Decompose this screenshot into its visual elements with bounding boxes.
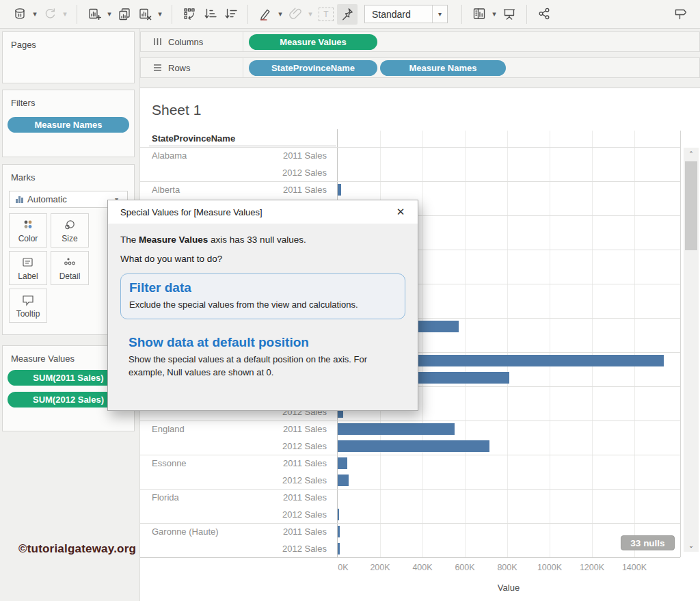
measure-label[interactable]: 2012 Sales — [140, 509, 327, 520]
fit-selector[interactable]: Standard▾ — [364, 5, 448, 23]
filters-panel[interactable]: Filters Measure Names — [2, 90, 135, 157]
tooltip-button[interactable]: Tooltip — [9, 289, 47, 323]
state-row-group: Alabama2011 Sales2012 Sales — [140, 147, 680, 181]
dialog-message-field-name: Measure Values — [139, 235, 208, 245]
columns-pill-measure-values[interactable]: Measure Values — [249, 34, 377, 50]
data-source-icon[interactable] — [10, 4, 30, 25]
highlight-icon[interactable] — [255, 4, 275, 25]
table-row: England2011 Sales — [140, 420, 680, 438]
dialog-body: The Measure Values axis has 33 null valu… — [108, 224, 418, 386]
scrollbar-thumb[interactable] — [685, 161, 697, 250]
axis-tick-label: 1000K — [537, 563, 562, 572]
bar-mark[interactable] — [338, 475, 349, 486]
axis-tick-label: 200K — [370, 563, 390, 572]
axis-tick-label: 1200K — [580, 563, 604, 572]
measure-label[interactable]: 2011 Sales — [140, 458, 327, 468]
table-row: 2012 Sales — [140, 506, 680, 523]
label-button[interactable]: Label — [9, 251, 47, 285]
marks-panel-title: Marks — [3, 165, 134, 183]
size-button-label: Size — [62, 234, 77, 243]
measure-label[interactable]: 2012 Sales — [140, 168, 327, 178]
group-members-icon — [285, 4, 306, 25]
clear-sheet-icon[interactable] — [135, 4, 155, 25]
axis-tick-label: 0K — [338, 563, 348, 572]
highlight-menu-caret[interactable]: ▾ — [275, 10, 285, 18]
state-row-group: Florida2011 Sales2012 Sales — [140, 489, 680, 523]
show-hide-cards-icon[interactable] — [469, 4, 489, 25]
state-row-group: Essonne2011 Sales2012 Sales — [140, 455, 680, 489]
scroll-up-icon[interactable]: ⌃ — [684, 148, 699, 160]
measure-label[interactable]: 2011 Sales — [140, 492, 327, 503]
show-data-default-heading: Show data at default position — [129, 335, 397, 350]
filter-data-heading: Filter data — [129, 280, 396, 295]
dialog-title: Special Values for [Measure Values] — [120, 207, 392, 217]
refresh-menu-caret: ▾ — [60, 10, 70, 18]
measure-label[interactable]: 2012 Sales — [140, 441, 327, 451]
detail-button-label: Detail — [59, 271, 81, 281]
data-source-menu-caret[interactable]: ▾ — [30, 10, 40, 18]
presentation-mode-icon[interactable] — [499, 4, 520, 25]
vertical-scrollbar[interactable]: ⌃ ⌄ — [684, 148, 699, 552]
null-indicator-badge[interactable]: 33 nulls — [621, 535, 675, 550]
size-button[interactable]: Size — [51, 213, 89, 248]
bar-mark[interactable] — [338, 184, 341, 196]
new-worksheet-icon[interactable] — [84, 4, 105, 25]
rows-pill-stateprovincename[interactable]: StateProvinceName — [249, 60, 377, 76]
dialog-titlebar: Special Values for [Measure Values] ✕ — [108, 200, 418, 224]
columns-shelf[interactable]: Columns Measure Values — [140, 31, 700, 52]
table-row: 2012 Sales — [140, 438, 680, 455]
filter-data-description: Exclude the special values from the view… — [129, 299, 396, 312]
table-row: 2012 Sales — [140, 472, 680, 489]
columns-shelf-label: Columns — [141, 32, 243, 51]
measure-label[interactable]: 2012 Sales — [140, 475, 327, 485]
pin-icon[interactable] — [337, 4, 358, 25]
measure-label[interactable]: 2011 Sales — [140, 526, 327, 537]
detail-dots-icon — [63, 256, 77, 269]
measure-label[interactable]: 2012 Sales — [140, 544, 327, 554]
bar-mark[interactable] — [338, 526, 340, 537]
rows-shelf-label: Rows — [141, 58, 243, 77]
bar-mark[interactable] — [338, 543, 340, 555]
measure-label[interactable]: 2011 Sales — [140, 150, 327, 161]
filter-pill-measure-names[interactable]: Measure Names — [8, 117, 129, 133]
bar-mark[interactable] — [338, 509, 339, 520]
text-label-icon: T — [319, 8, 334, 21]
filters-panel-title: Filters — [3, 90, 134, 108]
pages-panel[interactable]: Pages — [2, 31, 135, 83]
mark-type-bar-icon — [16, 196, 23, 203]
toolbar-separator — [461, 5, 462, 24]
show-data-default-option[interactable]: Show data at default position Show the s… — [120, 329, 405, 386]
pages-panel-title: Pages — [3, 32, 134, 50]
filter-data-option[interactable]: Filter data Exclude the special values f… — [120, 273, 405, 319]
table-row: Florida2011 Sales — [140, 489, 680, 506]
swap-rows-columns-icon[interactable] — [179, 4, 200, 25]
duplicate-sheet-icon[interactable] — [114, 4, 135, 25]
state-row-group: Garonne (Haute)2011 Sales2012 Sales — [140, 523, 680, 557]
bar-mark[interactable] — [338, 457, 347, 469]
bar-mark[interactable] — [338, 423, 455, 435]
tooltip-bubble-icon — [21, 294, 35, 306]
table-row: 2012 Sales — [140, 164, 680, 181]
clear-sheet-menu-caret[interactable]: ▾ — [155, 10, 165, 18]
rows-shelf[interactable]: Rows StateProvinceName Measure Names — [140, 57, 700, 78]
rows-pill-measure-names[interactable]: Measure Names — [380, 60, 506, 76]
axis-title: Value — [498, 583, 520, 593]
measure-label[interactable]: 2011 Sales — [140, 424, 327, 434]
label-button-label: Label — [18, 271, 38, 281]
color-button[interactable]: Color — [9, 213, 47, 248]
new-worksheet-menu-caret[interactable]: ▾ — [105, 10, 114, 18]
axis-tick-label: 600K — [455, 563, 474, 572]
detail-button[interactable]: Detail — [51, 251, 89, 285]
sort-descending-icon[interactable] — [220, 4, 241, 25]
share-icon[interactable] — [534, 4, 554, 25]
measure-label[interactable]: 2011 Sales — [140, 185, 327, 195]
close-icon[interactable]: ✕ — [392, 204, 409, 220]
show-hide-cards-menu-caret[interactable]: ▾ — [489, 10, 499, 18]
scroll-down-icon[interactable]: ⌄ — [684, 539, 699, 552]
bar-mark[interactable] — [338, 440, 489, 452]
rows-icon — [152, 63, 163, 72]
sort-ascending-icon[interactable] — [200, 4, 220, 25]
show-me-icon[interactable] — [670, 4, 690, 25]
row-header-title[interactable]: StateProvinceName — [152, 133, 235, 144]
sheet-title: Sheet 1 — [152, 102, 201, 118]
